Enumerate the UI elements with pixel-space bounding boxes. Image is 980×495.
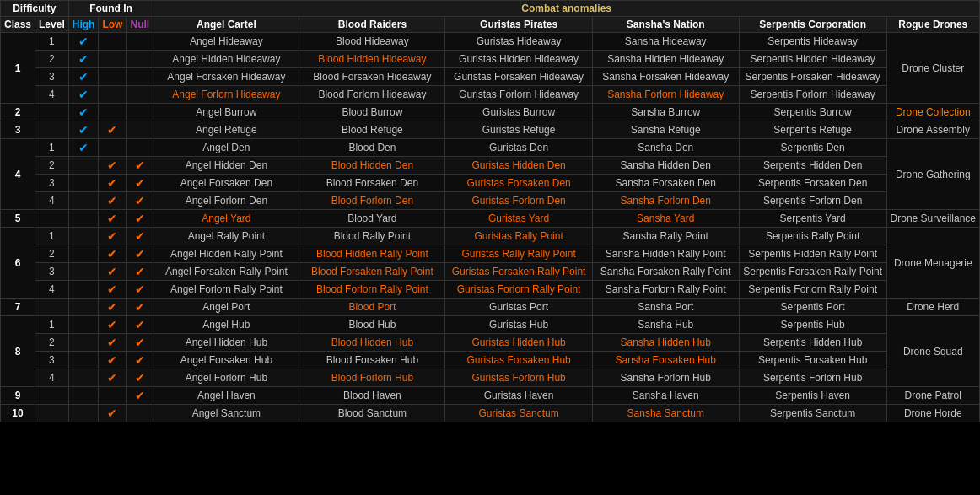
serpentis-cell: Serpentis Sanctum — [739, 405, 886, 422]
high-check — [68, 369, 99, 387]
angel-cell: Angel Hideaway — [153, 33, 299, 51]
blood-cell: Blood Burrow — [299, 104, 445, 121]
rogue-drone-cell: Drone Squad — [886, 316, 979, 387]
low-check: ✔ — [99, 405, 127, 422]
guristas-cell: Guristas Forsaken Den — [445, 175, 592, 192]
high-check — [68, 387, 99, 405]
guristas-cell: Guristas Hidden Den — [445, 157, 592, 175]
sansha-cell: Sansha Forlorn Hub — [592, 369, 739, 387]
table-row: 81✔✔Angel HubBlood HubGuristas HubSansha… — [1, 316, 980, 334]
table-row: 3✔✔Angel Forsaken HubBlood Forsaken HubG… — [1, 352, 980, 369]
blood-cell: Blood Port — [299, 299, 445, 316]
blood-cell: Blood Forlorn Hub — [299, 369, 445, 387]
guristas-cell: Guristas Forlorn Den — [445, 192, 592, 210]
table-row: 2✔Angel BurrowBlood BurrowGuristas Burro… — [1, 104, 980, 121]
sansha-cell: Sansha Hideaway — [592, 33, 739, 51]
rogue-drone-cell: Drone Cluster — [886, 33, 979, 104]
serpentis-cell: Serpentis Refuge — [739, 121, 886, 139]
high-check: ✔ — [68, 86, 99, 104]
angel-cell: Angel Forlorn Hideaway — [153, 86, 299, 104]
guristas-cell: Guristas Hideaway — [445, 33, 592, 51]
serpentis-col-header: Serpentis Corporation — [739, 17, 886, 33]
anomalies-table: Difficulty Found In Combat anomalies Cla… — [0, 0, 980, 422]
high-check: ✔ — [68, 121, 99, 139]
angel-cell: Angel Forsaken Den — [153, 175, 299, 192]
blood-col-header: Blood Raiders — [299, 17, 445, 33]
angel-cell: Angel Refuge — [153, 121, 299, 139]
table-row: 4✔✔Angel Forlorn Rally PointBlood Forlor… — [1, 281, 980, 299]
blood-cell: Blood Yard — [299, 210, 445, 228]
guristas-cell: Guristas Rally Rally Point — [445, 245, 592, 263]
level-cell: 3 — [35, 352, 69, 369]
class-cell: 4 — [1, 139, 35, 210]
angel-cell: Angel Forlorn Den — [153, 192, 299, 210]
low-check — [99, 68, 127, 86]
guristas-cell: Guristas Forlorn Hideaway — [445, 86, 592, 104]
null-check: ✔ — [127, 157, 153, 175]
class-cell: 2 — [1, 104, 35, 121]
null-check: ✔ — [127, 263, 153, 281]
level-cell: 2 — [35, 51, 69, 68]
table-row: 3✔✔Angel Forsaken Rally PointBlood Forsa… — [1, 263, 980, 281]
high-check — [68, 157, 99, 175]
null-check: ✔ — [127, 352, 153, 369]
guristas-cell: Guristas Den — [445, 139, 592, 157]
null-check — [127, 405, 153, 422]
level-cell: 4 — [35, 192, 69, 210]
high-check — [68, 228, 99, 245]
high-col-header: High — [68, 17, 99, 33]
rogue-drone-cell: Drone Menagerie — [886, 228, 979, 299]
serpentis-cell: Serpentis Haven — [739, 387, 886, 405]
table-row: 3✔✔Angel RefugeBlood RefugeGuristas Refu… — [1, 121, 980, 139]
low-check — [99, 33, 127, 51]
sansha-cell: Sansha Hidden Hub — [592, 334, 739, 352]
table-row: 4✔✔Angel Forlorn HubBlood Forlorn HubGur… — [1, 369, 980, 387]
sansha-cell: Sansha Refuge — [592, 121, 739, 139]
class-cell: 3 — [1, 121, 35, 139]
table-row: 2✔✔Angel Hidden DenBlood Hidden DenGuris… — [1, 157, 980, 175]
null-check — [127, 86, 153, 104]
null-check — [127, 139, 153, 157]
sansha-cell: Sansha Port — [592, 299, 739, 316]
class-cell: 5 — [1, 210, 35, 228]
sansha-cell: Sansha Forlorn Den — [592, 192, 739, 210]
level-cell: 3 — [35, 175, 69, 192]
low-check: ✔ — [99, 121, 127, 139]
level-cell — [35, 121, 69, 139]
low-check: ✔ — [99, 281, 127, 299]
serpentis-cell: Serpentis Hidden Hub — [739, 334, 886, 352]
null-check — [127, 68, 153, 86]
null-check: ✔ — [127, 369, 153, 387]
level-cell: 1 — [35, 139, 69, 157]
rogue-drone-cell: Drone Assembly — [886, 121, 979, 139]
table-row: 2✔✔Angel Hidden Rally PointBlood Hidden … — [1, 245, 980, 263]
blood-cell: Blood Haven — [299, 387, 445, 405]
level-cell: 1 — [35, 316, 69, 334]
rogue-drone-cell: Drone Surveillance — [886, 210, 979, 228]
blood-cell: Blood Sanctum — [299, 405, 445, 422]
angel-cell: Angel Forsaken Hub — [153, 352, 299, 369]
null-check: ✔ — [127, 245, 153, 263]
low-check — [99, 387, 127, 405]
serpentis-cell: Serpentis Forlorn Den — [739, 192, 886, 210]
guristas-cell: Guristas Refuge — [445, 121, 592, 139]
sansha-cell: Sansha Hub — [592, 316, 739, 334]
null-check: ✔ — [127, 316, 153, 334]
null-check — [127, 33, 153, 51]
high-check: ✔ — [68, 33, 99, 51]
angel-cell: Angel Port — [153, 299, 299, 316]
sansha-col-header: Sansha's Nation — [592, 17, 739, 33]
sansha-cell: Sansha Hidden Den — [592, 157, 739, 175]
class-cell: 10 — [1, 405, 35, 422]
low-check — [99, 51, 127, 68]
level-cell: 4 — [35, 86, 69, 104]
rogue-drone-cell: Drone Herd — [886, 299, 979, 316]
combat-header: Combat anomalies — [153, 1, 980, 17]
level-cell — [35, 405, 69, 422]
class-cell: 6 — [1, 228, 35, 299]
high-check — [68, 192, 99, 210]
serpentis-cell: Serpentis Forsaken Rally Point — [739, 263, 886, 281]
low-check: ✔ — [99, 263, 127, 281]
level-cell: 1 — [35, 33, 69, 51]
angel-cell: Angel Den — [153, 139, 299, 157]
